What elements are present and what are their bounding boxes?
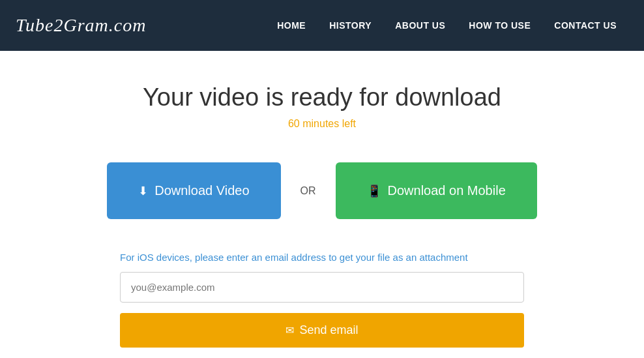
nav-item-history[interactable]: HISTORY <box>317 2 383 49</box>
nav-item-about[interactable]: ABOUT US <box>383 2 457 49</box>
nav-item-home[interactable]: HOME <box>265 2 317 49</box>
mobile-icon <box>367 183 381 198</box>
or-label: OR <box>300 185 316 197</box>
navbar: Tube2Gram.com HOME HISTORY ABOUT US HOW … <box>0 0 644 51</box>
download-mobile-label: Download on Mobile <box>388 183 506 198</box>
nav-item-howtouse[interactable]: HOW TO USE <box>457 2 542 49</box>
email-icon <box>285 323 294 337</box>
nav-link-howtouse[interactable]: HOW TO USE <box>457 2 542 49</box>
main-content: Your video is ready for download 60 minu… <box>0 51 644 358</box>
send-email-label: Send email <box>299 323 358 337</box>
ios-info-text: For iOS devices, please enter an email a… <box>120 252 524 263</box>
download-video-label: Download Video <box>154 183 249 198</box>
subtitle-minutes: 60 minutes left <box>26 118 618 130</box>
nav-link-history[interactable]: HISTORY <box>317 2 383 49</box>
download-buttons-row: Download Video OR Download on Mobile <box>26 162 618 219</box>
download-mobile-button[interactable]: Download on Mobile <box>336 162 537 219</box>
nav-links: HOME HISTORY ABOUT US HOW TO USE CONTACT… <box>265 2 628 49</box>
nav-link-contactus[interactable]: CONTACT US <box>542 2 628 49</box>
nav-link-home[interactable]: HOME <box>265 2 317 49</box>
ios-section: For iOS devices, please enter an email a… <box>120 252 524 348</box>
email-input[interactable] <box>120 272 524 303</box>
site-logo: Tube2Gram.com <box>16 15 146 36</box>
download-video-button[interactable]: Download Video <box>107 162 280 219</box>
page-title: Your video is ready for download <box>26 83 618 112</box>
send-email-button[interactable]: Send email <box>120 313 524 348</box>
download-icon <box>138 183 148 198</box>
nav-item-contactus[interactable]: CONTACT US <box>542 2 628 49</box>
nav-link-about[interactable]: ABOUT US <box>383 2 457 49</box>
